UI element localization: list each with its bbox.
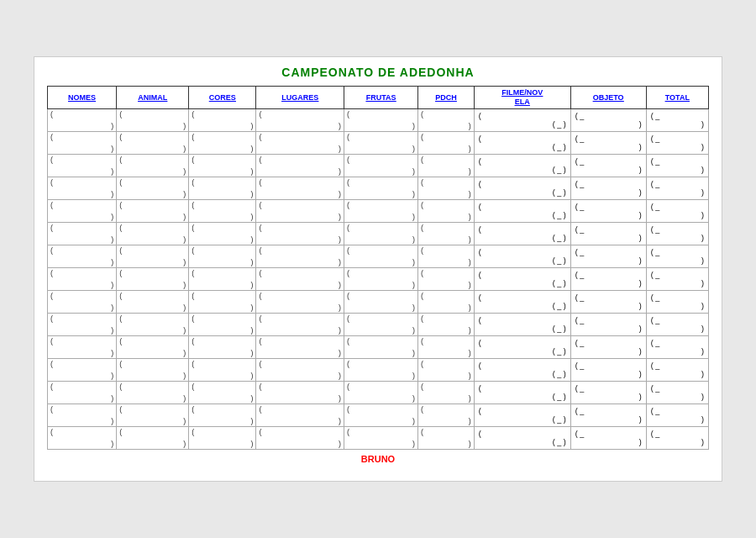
table-cell[interactable]: () — [189, 381, 256, 404]
table-cell[interactable]: ( _) — [646, 131, 708, 154]
table-row[interactable]: ()()()()()()(( _ )( _)( _) — [48, 131, 709, 154]
table-cell[interactable]: ( _) — [646, 199, 708, 222]
table-cell[interactable]: () — [418, 108, 475, 131]
table-cell[interactable]: () — [189, 358, 256, 381]
table-row[interactable]: ()()()()()()(( _ )( _)( _) — [48, 199, 709, 222]
table-row[interactable]: ()()()()()()(( _ )( _)( _) — [48, 290, 709, 313]
table-cell[interactable]: ( _) — [570, 108, 646, 131]
table-row[interactable]: ()()()()()()(( _ )( _)( _) — [48, 222, 709, 245]
table-cell[interactable]: () — [117, 154, 189, 177]
table-cell[interactable]: () — [117, 358, 189, 381]
table-cell[interactable]: () — [48, 290, 117, 313]
table-cell[interactable]: ( _) — [570, 222, 646, 245]
table-cell[interactable]: () — [344, 404, 418, 426]
table-cell[interactable]: ( _) — [570, 426, 646, 449]
table-cell[interactable]: () — [189, 404, 256, 426]
table-row[interactable]: ()()()()()()(( _ )( _)( _) — [48, 358, 709, 381]
table-cell[interactable]: () — [117, 108, 189, 131]
table-cell[interactable]: () — [117, 245, 189, 267]
table-cell[interactable]: () — [117, 177, 189, 199]
table-cell[interactable]: () — [189, 199, 256, 222]
table-cell[interactable]: () — [256, 222, 344, 245]
table-cell[interactable]: () — [117, 335, 189, 358]
table-cell[interactable]: ( _) — [646, 290, 708, 313]
table-cell[interactable]: (( _ ) — [474, 426, 570, 449]
table-cell[interactable]: ( _) — [646, 245, 708, 267]
table-cell[interactable]: ( _) — [570, 245, 646, 267]
table-cell[interactable]: ( _) — [570, 335, 646, 358]
table-cell[interactable]: () — [344, 222, 418, 245]
table-cell[interactable]: () — [48, 245, 117, 267]
table-cell[interactable]: ( _) — [570, 381, 646, 404]
table-cell[interactable]: () — [48, 426, 117, 449]
table-cell[interactable]: ( _) — [570, 358, 646, 381]
table-cell[interactable]: () — [117, 381, 189, 404]
table-cell[interactable]: () — [256, 426, 344, 449]
table-cell[interactable]: () — [256, 199, 344, 222]
table-cell[interactable]: () — [189, 245, 256, 267]
table-cell[interactable]: () — [189, 108, 256, 131]
table-cell[interactable]: () — [48, 108, 117, 131]
table-cell[interactable]: () — [344, 177, 418, 199]
table-cell[interactable]: () — [256, 290, 344, 313]
table-cell[interactable]: () — [418, 404, 475, 426]
table-cell[interactable]: () — [189, 426, 256, 449]
table-row[interactable]: ()()()()()()(( _ )( _)( _) — [48, 335, 709, 358]
table-row[interactable]: ()()()()()()(( _ )( _)( _) — [48, 426, 709, 449]
table-cell[interactable]: () — [117, 267, 189, 290]
table-cell[interactable]: (( _ ) — [474, 245, 570, 267]
table-cell[interactable]: ( _) — [646, 335, 708, 358]
table-cell[interactable]: () — [189, 154, 256, 177]
table-cell[interactable]: (( _ ) — [474, 131, 570, 154]
table-cell[interactable]: (( _ ) — [474, 381, 570, 404]
table-cell[interactable]: ( _) — [646, 267, 708, 290]
table-cell[interactable]: () — [344, 381, 418, 404]
table-cell[interactable]: ( _) — [646, 404, 708, 426]
table-cell[interactable]: () — [48, 177, 117, 199]
table-cell[interactable]: () — [418, 154, 475, 177]
table-cell[interactable]: () — [418, 381, 475, 404]
table-cell[interactable]: () — [418, 222, 475, 245]
table-cell[interactable]: () — [48, 381, 117, 404]
table-cell[interactable]: () — [256, 335, 344, 358]
table-cell[interactable]: () — [117, 131, 189, 154]
table-cell[interactable]: () — [189, 313, 256, 335]
table-cell[interactable]: (( _ ) — [474, 404, 570, 426]
table-cell[interactable]: () — [256, 358, 344, 381]
table-cell[interactable]: (( _ ) — [474, 290, 570, 313]
table-cell[interactable]: (( _ ) — [474, 267, 570, 290]
table-cell[interactable]: () — [418, 267, 475, 290]
table-cell[interactable]: () — [256, 131, 344, 154]
table-cell[interactable]: (( _ ) — [474, 199, 570, 222]
table-cell[interactable]: () — [117, 404, 189, 426]
table-cell[interactable]: () — [189, 177, 256, 199]
table-cell[interactable]: () — [48, 131, 117, 154]
table-cell[interactable]: () — [117, 426, 189, 449]
table-cell[interactable]: () — [418, 199, 475, 222]
table-cell[interactable]: () — [344, 108, 418, 131]
table-cell[interactable]: ( _) — [646, 381, 708, 404]
table-cell[interactable]: () — [48, 199, 117, 222]
table-cell[interactable]: (( _ ) — [474, 108, 570, 131]
table-cell[interactable]: () — [48, 267, 117, 290]
table-cell[interactable]: () — [256, 154, 344, 177]
table-cell[interactable]: () — [344, 426, 418, 449]
table-cell[interactable]: ( _) — [646, 358, 708, 381]
table-cell[interactable]: ( _) — [570, 131, 646, 154]
table-cell[interactable]: () — [344, 358, 418, 381]
table-cell[interactable]: ( _) — [570, 177, 646, 199]
table-cell[interactable]: ( _) — [646, 154, 708, 177]
table-cell[interactable]: ( _) — [570, 199, 646, 222]
table-row[interactable]: ()()()()()()(( _ )( _)( _) — [48, 177, 709, 199]
table-cell[interactable]: () — [344, 199, 418, 222]
table-cell[interactable]: ( _) — [570, 267, 646, 290]
table-cell[interactable]: (( _ ) — [474, 222, 570, 245]
table-cell[interactable]: () — [418, 313, 475, 335]
table-cell[interactable]: ( _) — [570, 154, 646, 177]
table-cell[interactable]: () — [256, 313, 344, 335]
table-cell[interactable]: (( _ ) — [474, 335, 570, 358]
table-cell[interactable]: ( _) — [646, 426, 708, 449]
table-cell[interactable]: () — [344, 267, 418, 290]
table-cell[interactable]: () — [418, 245, 475, 267]
table-cell[interactable]: ( _) — [570, 290, 646, 313]
